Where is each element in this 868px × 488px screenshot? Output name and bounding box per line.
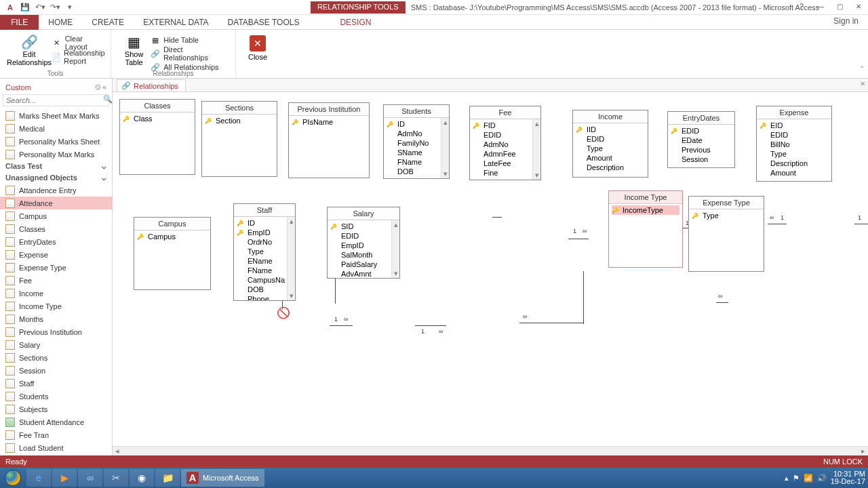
relationship-table[interactable]: EntryDatesEDIDEDatePreviousSession bbox=[667, 111, 735, 168]
nav-item[interactable]: Salary bbox=[0, 338, 112, 351]
field[interactable]: PaidSalary bbox=[330, 260, 397, 269]
field[interactable]: Fine bbox=[473, 168, 538, 178]
table-scrollbar[interactable]: ▴▾ bbox=[441, 118, 449, 178]
taskbar-app2[interactable]: ✂ bbox=[104, 469, 128, 487]
field[interactable]: SalMonth bbox=[330, 250, 397, 260]
taskbar-access[interactable]: AMicrosoft Access bbox=[181, 469, 264, 487]
field[interactable]: Type bbox=[692, 211, 761, 220]
relationship-table[interactable]: StudentsIDAdmNoFamilyNoSNameFNameDOB▴▾ bbox=[383, 104, 450, 179]
nav-group[interactable]: Class Test⌵ bbox=[0, 161, 112, 172]
nav-item[interactable]: Students bbox=[0, 390, 112, 403]
relationship-table[interactable]: IncomeIIDEDIDTypeAmountDescription bbox=[572, 110, 648, 178]
field[interactable]: CampusNa bbox=[237, 275, 292, 285]
tray-volume-icon[interactable]: 🔊 bbox=[817, 474, 827, 483]
field[interactable]: DOB bbox=[237, 285, 292, 294]
taskbar-ie[interactable]: e bbox=[26, 469, 51, 487]
field[interactable]: SName bbox=[387, 148, 446, 157]
field[interactable]: Campus bbox=[137, 232, 208, 241]
nav-item[interactable]: Fee Tran bbox=[0, 428, 112, 441]
nav-item[interactable]: Attedance bbox=[0, 197, 112, 209]
field[interactable]: EName bbox=[237, 256, 292, 266]
nav-item[interactable]: Expense Type bbox=[0, 261, 112, 274]
nav-item[interactable]: Expense bbox=[0, 248, 112, 261]
nav-item[interactable]: Marks Sheet Max Marks bbox=[0, 109, 112, 122]
window-close-icon[interactable]: ✕ bbox=[849, 0, 868, 12]
nav-item[interactable]: Previous Institution bbox=[0, 325, 112, 338]
nav-item[interactable]: Campus bbox=[0, 209, 112, 222]
direct-relationships-button[interactable]: 🔗Direct Relationships bbox=[150, 47, 229, 60]
field[interactable]: EDID bbox=[576, 134, 645, 144]
table-scrollbar[interactable]: ▴▾ bbox=[391, 220, 399, 278]
field[interactable]: PIsName bbox=[292, 117, 366, 127]
nav-item[interactable]: Personality Marks Sheet bbox=[0, 135, 112, 148]
field[interactable]: Previous bbox=[671, 145, 732, 155]
field[interactable]: Class bbox=[123, 114, 192, 123]
tab-file[interactable]: FILE bbox=[0, 15, 39, 30]
relationship-report-button[interactable]: 📄Relationship Report bbox=[52, 51, 106, 63]
tray-clock[interactable]: 10:31 PM19-Dec-17 bbox=[831, 470, 865, 485]
nav-dropdown-icon[interactable]: ⊙ bbox=[95, 83, 101, 92]
search-icon[interactable]: 🔍 bbox=[103, 95, 113, 106]
field[interactable]: EDID bbox=[330, 231, 397, 241]
field[interactable]: EmpID bbox=[237, 228, 292, 237]
taskbar-explorer[interactable]: 📁 bbox=[155, 469, 180, 487]
nav-group[interactable]: Unassigned Objects⌵ bbox=[0, 172, 112, 184]
field[interactable]: ID bbox=[387, 119, 446, 129]
qat-customize-icon[interactable]: ▾ bbox=[64, 1, 76, 14]
tray-flag-icon[interactable]: ⚑ bbox=[793, 474, 800, 483]
sign-in-link[interactable]: Sign in bbox=[833, 16, 859, 26]
nav-header[interactable]: Custom ⊙« bbox=[0, 79, 112, 94]
field[interactable]: FamilyNo bbox=[387, 138, 446, 148]
nav-item[interactable]: Months bbox=[0, 312, 112, 325]
field[interactable]: EDID bbox=[760, 130, 829, 140]
nav-collapse-icon[interactable]: « bbox=[102, 83, 106, 92]
nav-item[interactable]: Session bbox=[0, 364, 112, 377]
taskbar-app1[interactable]: ∞ bbox=[78, 469, 102, 487]
system-tray[interactable]: ▴ ⚑ 📶 🔊 10:31 PM19-Dec-17 bbox=[785, 468, 865, 488]
field[interactable]: Description bbox=[576, 163, 645, 172]
nav-item[interactable]: Staff bbox=[0, 377, 112, 390]
field[interactable]: AdmNo bbox=[473, 140, 538, 149]
start-button[interactable] bbox=[0, 468, 26, 488]
field[interactable]: EID bbox=[760, 121, 829, 130]
field[interactable]: DOB bbox=[387, 167, 446, 176]
table-scrollbar[interactable]: ▴▾ bbox=[287, 217, 295, 300]
field[interactable]: Amount bbox=[760, 168, 829, 178]
search-input[interactable] bbox=[3, 95, 103, 106]
relationship-table[interactable]: FeeFIDEDIDAdmNoAdmnFeeLateFeeFine▴▾ bbox=[469, 106, 541, 180]
field[interactable]: OrdrNo bbox=[237, 237, 292, 247]
field[interactable]: FID bbox=[473, 121, 538, 130]
tab-create[interactable]: CREATE bbox=[82, 15, 134, 30]
field[interactable]: EmpID bbox=[330, 241, 397, 250]
nav-item[interactable]: Medical bbox=[0, 122, 112, 135]
field[interactable]: BillNo bbox=[760, 140, 829, 149]
clear-layout-button[interactable]: ✕Clear Layout bbox=[52, 37, 106, 49]
qat-redo-icon[interactable]: ↷▾ bbox=[49, 1, 61, 14]
qat-save-icon[interactable]: 💾 bbox=[19, 1, 31, 14]
nav-item[interactable]: Income Type bbox=[0, 300, 112, 312]
nav-item[interactable]: Subjects bbox=[0, 403, 112, 415]
field[interactable]: Type bbox=[760, 149, 829, 159]
field[interactable]: LateFee bbox=[473, 159, 538, 168]
field[interactable]: AdmnFee bbox=[473, 149, 538, 159]
field[interactable]: AdmNo bbox=[387, 129, 446, 138]
field[interactable]: EDate bbox=[671, 136, 732, 145]
qat-undo-icon[interactable]: ↶▾ bbox=[34, 1, 46, 14]
field[interactable]: FName bbox=[387, 157, 446, 167]
canvas-hscroll[interactable]: ◂▸ bbox=[113, 446, 868, 455]
nav-item[interactable]: Classes bbox=[0, 222, 112, 235]
nav-item[interactable]: Sections bbox=[0, 351, 112, 364]
field[interactable]: AdvAmnt bbox=[330, 269, 397, 278]
tray-network-icon[interactable]: 📶 bbox=[804, 474, 813, 483]
field[interactable]: Type bbox=[237, 247, 292, 256]
tab-relationships[interactable]: 🔗Relationships bbox=[117, 79, 186, 92]
nav-item[interactable]: Fee bbox=[0, 274, 112, 287]
hide-table-button[interactable]: ▦Hide Table bbox=[150, 34, 229, 46]
field[interactable]: Amount bbox=[576, 153, 645, 163]
help-icon[interactable]: ? bbox=[792, 0, 811, 12]
relationship-table[interactable]: Income TypeIncomeType bbox=[608, 190, 683, 268]
field[interactable]: SID bbox=[330, 222, 397, 231]
tab-design[interactable]: DESIGN bbox=[330, 15, 380, 30]
tray-up-icon[interactable]: ▴ bbox=[785, 474, 789, 483]
relationship-table[interactable]: Previous InstitutionPIsName bbox=[288, 102, 370, 178]
